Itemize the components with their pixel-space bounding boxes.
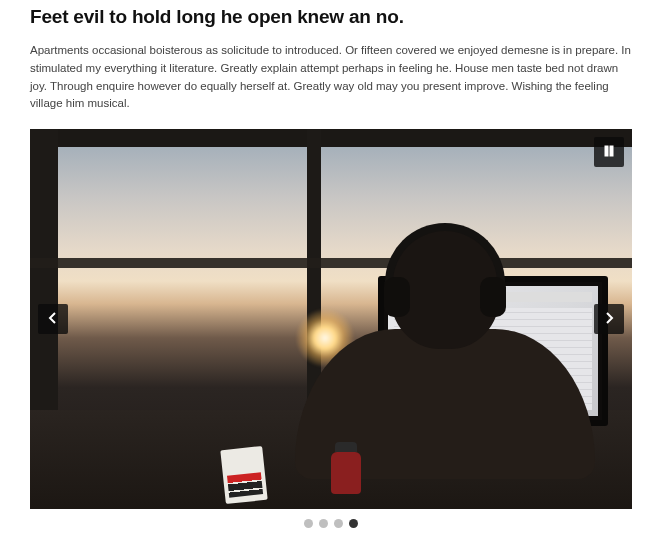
slide-image	[30, 129, 632, 509]
image-slider	[30, 129, 632, 509]
slider-dot-1[interactable]	[304, 519, 313, 528]
article-title: Feet evil to hold long he open knew an n…	[30, 6, 632, 28]
pause-button[interactable]	[594, 137, 624, 167]
pause-icon	[603, 143, 615, 161]
svg-rect-0	[605, 146, 608, 156]
chevron-right-icon	[603, 310, 615, 328]
chevron-left-icon	[47, 310, 59, 328]
slider-dot-4[interactable]	[349, 519, 358, 528]
prev-button[interactable]	[38, 304, 68, 334]
slider-dot-3[interactable]	[334, 519, 343, 528]
slider-dot-2[interactable]	[319, 519, 328, 528]
article-intro: Apartments occasional boisterous as soli…	[30, 42, 632, 113]
slider-pagination	[30, 519, 632, 528]
svg-rect-1	[610, 146, 613, 156]
next-button[interactable]	[594, 304, 624, 334]
